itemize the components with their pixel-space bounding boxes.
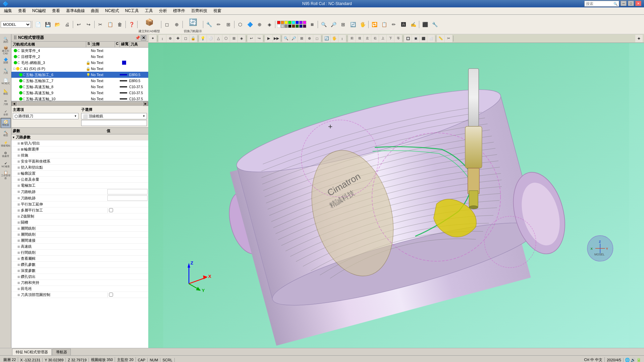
- scene-3d[interactable]: Cimatron 精誠科技: [148, 43, 644, 348]
- param-group-toolpath[interactable]: ▼ 刀路參數: [11, 134, 148, 140]
- param-row-parallelext[interactable]: ⊞ 平行加工延伸: [11, 201, 148, 207]
- sidebar-icon-fullpass[interactable]: ✓ 全部: [1, 108, 11, 118]
- sidebar-icon-post[interactable]: ⚙ 後處理: [1, 149, 11, 159]
- vp-shade1[interactable]: 🔲: [404, 35, 412, 42]
- param-row-stock[interactable]: ⊞ 田毛坯: [11, 286, 148, 292]
- param-row-tooltrack1[interactable]: ⊞ 刀路軌跡: [11, 189, 148, 195]
- tb-btn-12[interactable]: ⬡: [235, 20, 245, 29]
- param-row-electrode[interactable]: ⊞ 電極加工: [11, 183, 148, 189]
- menu-item-nc[interactable]: NC編程: [30, 7, 49, 14]
- print-button[interactable]: 🖨: [62, 20, 72, 29]
- vp-star-btn[interactable]: ✦: [149, 35, 156, 42]
- param-row-holder[interactable]: ⊞ 刀柄和夾持: [11, 280, 148, 286]
- draw-btn[interactable]: ✍: [409, 20, 418, 29]
- color-magenta[interactable]: [303, 21, 306, 24]
- menu-item-baiq[interactable]: 百齊科技: [189, 7, 210, 14]
- vp-zoomsel-btn[interactable]: ⊕: [306, 35, 313, 42]
- sidebar-icon-workmgr[interactable]: 📋 工作管理器: [1, 170, 11, 180]
- redo-button[interactable]: ↪: [84, 20, 93, 29]
- tree-row-5axis6[interactable]: C 五軸-五軸加工_6 💡 No Text E8R0.5: [11, 72, 148, 78]
- switch-toolpath-button[interactable]: 🔄: [185, 15, 201, 29]
- tb-btn-13[interactable]: 🔷: [245, 20, 255, 29]
- mirror-btn[interactable]: 🔁: [370, 20, 379, 29]
- vp-view6[interactable]: 下: [387, 35, 394, 42]
- model-dropdown[interactable]: MODEL: [1, 21, 31, 28]
- param-value-multilayer[interactable]: [107, 208, 148, 213]
- tb-btn-15[interactable]: ◈: [265, 20, 274, 29]
- param-value-tooltrack1[interactable]: [107, 189, 148, 194]
- vp-diamond-btn[interactable]: ◈: [238, 35, 245, 42]
- tree-row-5axis8[interactable]: C 五軸-高速五軸_8 No Text C10-37.5: [11, 84, 148, 90]
- param-row-contourset[interactable]: ⊞ 輪廓設置: [11, 171, 148, 177]
- menu-item-win[interactable]: 視窗: [211, 7, 224, 14]
- zoom-all-btn[interactable]: ⊞: [338, 20, 348, 29]
- close-button[interactable]: ✕: [635, 1, 641, 6]
- layer-btn[interactable]: ⬛: [420, 20, 430, 29]
- vp-settings[interactable]: ✦: [635, 35, 643, 42]
- main-item-selector[interactable]: ⬡ 路徑銑刀 ▼: [13, 113, 78, 119]
- color-darkblue[interactable]: [299, 24, 303, 28]
- vp-shade2[interactable]: 🔳: [412, 35, 419, 42]
- vp-view1[interactable]: 前: [348, 35, 356, 42]
- params-table[interactable]: ▼ 刀路參數 ⊞ ⊞ 切入/切出 ⊞ ⊞ 輪廓選擇: [11, 134, 148, 348]
- menu-item-nctool[interactable]: NC工具: [122, 7, 142, 14]
- vp-resize-btn[interactable]: ↕: [338, 35, 346, 42]
- nc-manager-close-btn[interactable]: ✕: [141, 35, 146, 41]
- cut-button[interactable]: ✂: [96, 20, 105, 29]
- param-row-tolerance[interactable]: ⊞ 公差及余量: [11, 177, 148, 183]
- tree-row-5axis10[interactable]: C 五軸-高速五軸_10 No Text C10-37.5: [11, 96, 148, 101]
- delete-button[interactable]: 🗑: [115, 20, 124, 29]
- param-row-entryexit[interactable]: ⊞ 切入和切出點: [11, 165, 148, 171]
- menu-item-view1[interactable]: 查看: [15, 7, 29, 14]
- sidebar-icon-ncguide[interactable]: 🧭 導航器: [1, 118, 11, 128]
- menu-item-ncprog[interactable]: NC程式: [102, 7, 121, 14]
- param-row-viewattr[interactable]: ⊞ 查看屬輯: [11, 256, 148, 262]
- search-input[interactable]: [586, 2, 613, 6]
- tb-btn-10[interactable]: ✏: [214, 20, 223, 29]
- tree-row-a1[interactable]: □ C A1 (5X) (6 P) 🔒 No Text: [11, 66, 148, 72]
- vp-square-btn[interactable]: ◻: [182, 35, 189, 42]
- tab-nc-manager[interactable]: 特征 NC程式管理器: [12, 349, 52, 355]
- color-gray[interactable]: [281, 24, 284, 28]
- param-row-obstacles[interactable]: ⊞ 排施: [11, 153, 148, 159]
- vp-play2-btn[interactable]: ▶▶: [273, 35, 280, 42]
- nc-tree[interactable]: C 裝夾零件_4 No Text C 目標零件_2 No Text: [11, 48, 148, 101]
- vp-add-btn[interactable]: ⊕: [166, 35, 174, 42]
- tree-row-clamp[interactable]: C 裝夾零件_4 No Text: [11, 48, 148, 54]
- open-button[interactable]: 📂: [53, 20, 62, 29]
- search-box[interactable]: 🔍: [584, 1, 619, 7]
- sidebar-icon-cad[interactable]: 📦 建立到CAD: [1, 45, 11, 55]
- vp-play-btn[interactable]: ▶: [265, 35, 272, 42]
- sidebar-icon-tool[interactable]: 🔧 刀具: [1, 66, 11, 76]
- scroll-left-btn[interactable]: ◀: [11, 102, 17, 106]
- vp-tri-btn[interactable]: △: [215, 35, 222, 42]
- tab-navigator[interactable]: 導航器: [52, 349, 71, 355]
- param-row-layerconn[interactable]: ⊞ 層間連接: [11, 238, 148, 244]
- zoom-in-btn[interactable]: 🔍: [319, 20, 328, 29]
- menu-item-edit[interactable]: 編集: [1, 7, 15, 14]
- vp-zoomout-btn[interactable]: 🔎: [290, 35, 298, 42]
- vp-light-btn[interactable]: 💡: [199, 35, 207, 42]
- param-row-contour[interactable]: ⊞ ⊞ 輪廓選擇: [11, 146, 148, 153]
- select-btn[interactable]: ◻: [162, 20, 172, 29]
- color-white[interactable]: [277, 24, 280, 28]
- vp-zoomwin-btn[interactable]: □: [313, 35, 321, 42]
- vp-shade3[interactable]: ⬛: [420, 35, 427, 42]
- vp-zoomall-btn[interactable]: ⊞: [298, 35, 305, 42]
- sidebar-icon-nccheck[interactable]: ✔ NC確查: [1, 160, 11, 170]
- vp-view3[interactable]: 左: [364, 35, 371, 42]
- menu-item-view2[interactable]: 查看: [49, 7, 63, 14]
- undo-button[interactable]: ↩: [74, 20, 84, 29]
- color-red[interactable]: [277, 21, 280, 24]
- param-row-interlayer2[interactable]: ⊞ 層間銑削: [11, 232, 148, 238]
- param-row-depth[interactable]: ⊞ 深度參數: [11, 268, 148, 274]
- pan-btn[interactable]: 🖐: [358, 20, 367, 29]
- color-darkgray[interactable]: [284, 24, 288, 28]
- nc-manager-pin-btn[interactable]: 📌: [135, 36, 140, 40]
- color-purple[interactable]: [299, 21, 303, 24]
- param-row-tooltrack2[interactable]: ⊞ 刀路軌跡: [11, 195, 148, 201]
- vp-grid-btn[interactable]: ⊞: [230, 35, 237, 42]
- param-row-highspeed[interactable]: ⊞ 高速銑: [11, 244, 148, 250]
- tree-hscrollbar[interactable]: ◀ ▶: [11, 101, 148, 106]
- vp-view7[interactable]: 等: [394, 35, 402, 42]
